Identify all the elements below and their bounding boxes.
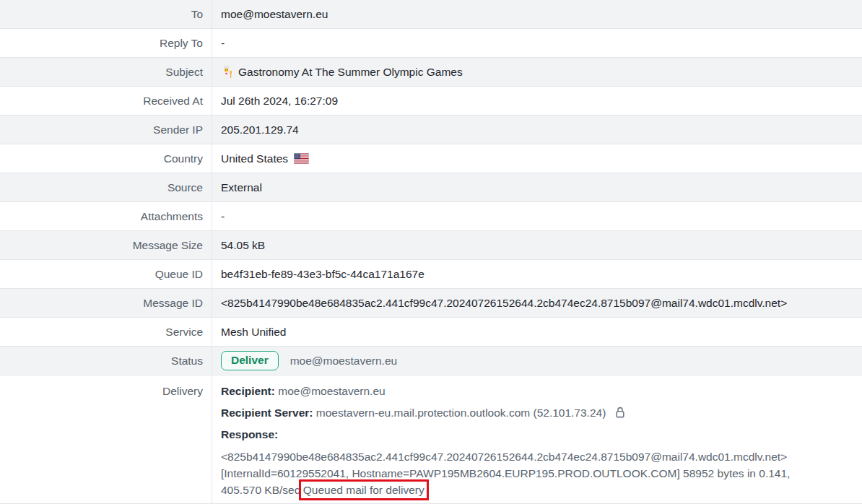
- delivery-recipient-server-value: moestavern-eu.mail.protection.outlook.co…: [316, 407, 606, 419]
- field-value-service: Mesh Unified: [212, 318, 862, 346]
- row-queue-id: Queue ID be4f31eb-fe89-43e3-bf5c-44ca171…: [0, 260, 862, 289]
- delivery-details: Recipient: moe@moestavern.eu Recipient S…: [212, 375, 862, 503]
- row-attachments: Attachments -: [0, 202, 862, 231]
- row-reply-to: Reply To -: [0, 29, 862, 58]
- row-message-id: Message ID <825b4147990be48e684835ac2.44…: [0, 289, 862, 318]
- field-label-queue-id: Queue ID: [0, 260, 212, 288]
- delivery-recipient-line: Recipient: moe@moestavern.eu: [221, 383, 862, 399]
- delivery-recipient-value: moe@moestavern.eu: [278, 385, 385, 397]
- email-details-table: To moe@moestavern.eu Reply To - Subject: [0, 0, 862, 504]
- status-badge-deliver[interactable]: Deliver: [221, 351, 279, 370]
- row-country: Country United States: [0, 144, 862, 173]
- field-label-reply-to: Reply To: [0, 29, 212, 57]
- response-message-id: <825b4147990be48e684835ac2.441cf99c47.20…: [221, 451, 787, 463]
- field-value-attachments: -: [212, 202, 862, 230]
- row-message-size: Message Size 54.05 kB: [0, 231, 862, 260]
- field-value-reply-to: -: [212, 29, 862, 57]
- status-recipient-email: moe@moestavern.eu: [290, 355, 397, 368]
- field-value-country: United States: [212, 144, 862, 173]
- field-label-attachments: Attachments: [0, 202, 212, 230]
- field-value-queue-id: be4f31eb-fe89-43e3-bf5c-44ca171a167e: [212, 260, 862, 288]
- delivery-recipient-server-label: Recipient Server:: [221, 407, 313, 419]
- us-flag-icon: [294, 153, 309, 164]
- field-value-sender-ip: 205.201.129.74: [212, 116, 862, 144]
- row-status: Status Deliver moe@moestavern.eu: [0, 347, 862, 375]
- field-value-received-at: Jul 26th 2024, 16:27:09: [212, 87, 862, 115]
- row-service: Service Mesh Unified: [0, 318, 862, 347]
- row-subject: Subject Gastronomy At The Summer Olympic…: [0, 58, 862, 87]
- field-value-message-id: <825b4147990be48e684835ac2.441cf99c47.20…: [212, 289, 862, 317]
- row-to: To moe@moestavern.eu: [0, 0, 862, 29]
- lock-icon: [615, 407, 625, 418]
- response-speed: 405.570 KB/sec: [221, 484, 303, 496]
- field-value-source: External: [212, 173, 862, 201]
- delivery-response-text: <825b4147990be48e684835ac2.441cf99c47.20…: [221, 448, 862, 498]
- row-source: Source External: [0, 173, 862, 202]
- delivery-recipient-label: Recipient:: [221, 385, 275, 397]
- delivery-response-label: Response:: [221, 428, 278, 440]
- response-hostname: [InternalId=60129552041, Hostname=PAWP19…: [221, 467, 790, 479]
- field-value-status: Deliver moe@moestavern.eu: [212, 347, 862, 375]
- field-value-message-size: 54.05 kB: [212, 231, 862, 259]
- field-label-sender-ip: Sender IP: [0, 116, 212, 144]
- row-received-at: Received At Jul 26th 2024, 16:27:09: [0, 87, 862, 116]
- row-delivery: Delivery Recipient: moe@moestavern.eu Re…: [0, 375, 862, 504]
- field-label-delivery: Delivery: [0, 375, 212, 503]
- queued-mail-highlight-annotation: Queued mail for delivery: [303, 484, 425, 496]
- field-value-subject: Gastronomy At The Summer Olympic Games: [212, 58, 862, 86]
- subject-text: Gastronomy At The Summer Olympic Games: [238, 66, 463, 79]
- country-text: United States: [221, 152, 288, 165]
- field-label-received-at: Received At: [0, 87, 212, 115]
- delivery-recipient-server-line: Recipient Server: moestavern-eu.mail.pro…: [221, 405, 862, 420]
- field-label-to: To: [0, 0, 212, 28]
- field-label-message-size: Message Size: [0, 231, 212, 259]
- field-label-status: Status: [0, 347, 212, 375]
- field-label-country: Country: [0, 144, 212, 173]
- delivery-response-line: Response:: [221, 427, 862, 442]
- field-label-subject: Subject: [0, 58, 212, 86]
- field-label-source: Source: [0, 173, 212, 201]
- chef-emoji-icon: [221, 65, 233, 79]
- row-sender-ip: Sender IP 205.201.129.74: [0, 116, 862, 144]
- field-label-service: Service: [0, 318, 212, 346]
- field-value-to: moe@moestavern.eu: [212, 0, 862, 28]
- field-label-message-id: Message ID: [0, 289, 212, 317]
